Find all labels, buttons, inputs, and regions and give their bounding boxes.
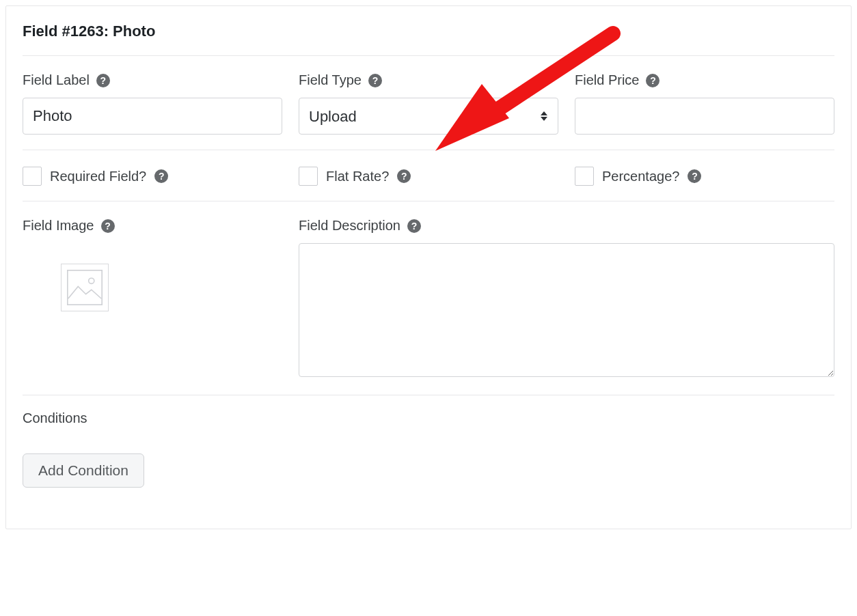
flat-rate-label: Flat Rate? [326,169,389,184]
help-icon[interactable]: ? [368,74,382,87]
field-type-select[interactable]: Upload [299,98,558,135]
svg-point-1 [89,278,94,283]
field-price-label: Field Price [575,72,639,88]
field-description-textarea[interactable] [299,243,834,377]
field-label-label: Field Label [23,72,90,88]
svg-rect-0 [68,270,102,305]
divider [23,395,834,395]
percentage-checkbox[interactable] [575,167,594,186]
field-image-label: Field Image [23,218,94,234]
field-label-input[interactable] [23,98,282,135]
image-placeholder[interactable] [61,264,109,311]
help-icon[interactable]: ? [397,169,411,183]
flat-rate-checkbox[interactable] [299,167,318,186]
image-placeholder-icon [67,270,103,305]
required-field-checkbox[interactable] [23,167,42,186]
field-type-label: Field Type [299,72,362,88]
help-icon[interactable]: ? [646,74,659,87]
help-icon[interactable]: ? [101,219,115,233]
help-icon[interactable]: ? [154,169,168,183]
row-image-desc: Field Image ? Field Description ? [23,201,834,395]
conditions-heading: Conditions [23,410,834,426]
percentage-label: Percentage? [602,169,679,184]
help-icon[interactable]: ? [407,219,421,233]
add-condition-button[interactable]: Add Condition [23,453,144,488]
help-icon[interactable]: ? [96,74,110,87]
row-flags: Required Field? ? Flat Rate? ? Percentag… [23,150,834,201]
row-main: Field Label ? Field Type ? Upload [23,56,834,150]
required-field-label: Required Field? [50,169,146,184]
field-description-label: Field Description [299,218,400,234]
panel-title: Field #1263: Photo [23,23,834,40]
help-icon[interactable]: ? [688,169,701,183]
field-price-input[interactable] [575,98,834,135]
